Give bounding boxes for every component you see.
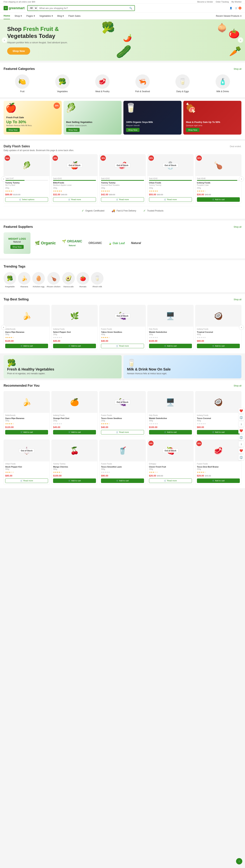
supplier-logo-organic1[interactable]: 🌿 Organic: [33, 239, 58, 247]
flash-slider-right[interactable]: ›: [239, 177, 244, 182]
rec-product-9-badge: Sale: [148, 441, 153, 446]
tag-vegetable[interactable]: 🥦 #vegetable: [4, 272, 16, 288]
promo-btn-2[interactable]: Shop Now: [66, 128, 80, 132]
category-fruit-img: 🍋: [15, 74, 29, 89]
flash-slider-left[interactable]: ‹: [1, 177, 6, 182]
rec-product-2-btn[interactable]: 🛒 Add to cart: [53, 430, 96, 434]
rec-product-6-btn[interactable]: 🛒 Read more: [5, 478, 48, 483]
become-vendor-link[interactable]: Become a Vendor: [197, 1, 213, 3]
promo-btn-4[interactable]: Shop Now: [186, 128, 200, 132]
logo[interactable]: ≡ greenmart: [4, 6, 25, 10]
sidebar-compare-icon-2[interactable]: ⚖️: [238, 434, 244, 440]
rec-product-7-btn[interactable]: 🛒 Add to cart: [53, 478, 96, 483]
flash-product-2-btn[interactable]: 🛒 Read more: [53, 197, 96, 202]
rec-product-10-emoji: 🥩: [214, 446, 223, 455]
category-dairy-label: Dairy & Eggs: [164, 90, 201, 93]
promo-sub-1: Aenean rhoncus felis fitt fecu.: [6, 124, 59, 126]
supplier-logo-oakleaf[interactable]: 🍃 Oak Leaf: [107, 240, 127, 247]
flash-product-5-btn[interactable]: 🛒 Add to cart: [197, 197, 240, 202]
flash-product-5-emoji: 🍗: [214, 161, 223, 169]
flash-product-1-btn[interactable]: 🛒 Select options: [5, 197, 48, 202]
featured-categories-shop-all[interactable]: Shop all: [234, 68, 241, 70]
rec-product-1-btn[interactable]: 🛒 Add to cart: [5, 430, 48, 434]
rec-product-9-weight: 250g: [149, 468, 192, 470]
search-button[interactable]: 🔍: [127, 6, 135, 10]
recommended-link[interactable]: Shop all: [234, 384, 241, 387]
sidebar-wishlist-icon-2[interactable]: ❤️: [238, 428, 244, 434]
sidebar-wishlist-icon[interactable]: ❤️: [238, 408, 244, 413]
nav-item-shop[interactable]: Shop ▾: [14, 13, 22, 19]
rec-product-2-brand: Iceberg Foods: [53, 414, 96, 416]
free-shipping-text: Free shipping on all orders over $99: [4, 1, 35, 3]
sidebar-wishlist-icon-3[interactable]: ❤️: [238, 448, 244, 454]
rec-product-1-price: $120.00: [5, 426, 14, 429]
ts-product-2-weight: 250g: [53, 334, 96, 336]
flash-product-4-btn[interactable]: 🛒 Read more: [149, 197, 192, 202]
hero-arrow-left[interactable]: ‹: [2, 37, 7, 43]
ts-product-2-btn[interactable]: 🛒 Add to cart: [53, 344, 96, 348]
category-vegetables[interactable]: 🥦 Vegetables: [44, 74, 81, 93]
rec-product-9-price-new: $26.00: [149, 474, 156, 477]
hero-arrow-right[interactable]: ›: [238, 37, 243, 43]
nav-item-flash-sales[interactable]: Flash Sales: [68, 13, 80, 19]
trust-organic-label: Organic Certificated: [85, 210, 104, 212]
rec-product-9: 🍓 Sale Out of Stock Erthappy Clover Fres…: [147, 440, 194, 485]
search-category-select[interactable]: All: [28, 6, 37, 10]
category-meat-poultry[interactable]: 🥩 Meat & Poultry: [84, 74, 121, 93]
nav-item-blog[interactable]: Blog ▾: [58, 13, 64, 19]
promo-emoji-1: 🍎: [5, 102, 16, 113]
rec-product-10-btn[interactable]: 🛒 Add to cart: [197, 478, 240, 483]
ts-product-3-btn[interactable]: 🛒 Read more: [101, 344, 144, 348]
tag-chicken-egg[interactable]: 🥚 #chicken egg: [32, 272, 45, 288]
rec-product-5-btn[interactable]: 🛒 Add to cart: [197, 430, 240, 434]
category-fruit[interactable]: 🍋 Fruit: [4, 74, 41, 93]
promo-banners-row: 🥦 Fresh & Healthy Vegetables Proin et mi…: [0, 355, 245, 378]
nav-item-home[interactable]: Home: [4, 12, 10, 19]
rec-product-4-btn[interactable]: 🛒 Add to cart: [149, 430, 192, 434]
supplier-organic3-icon: ORGANIC: [89, 242, 102, 245]
category-milk-drinks[interactable]: 🧴 Milk & Drinks: [204, 74, 242, 93]
supplier-logo-organic3[interactable]: ORGANIC: [86, 240, 104, 247]
veggie-carrot: 🥕: [229, 45, 241, 57]
featured-suppliers-link[interactable]: Shop all: [234, 226, 241, 228]
top-selling-slider-right[interactable]: ›: [239, 325, 244, 330]
my-wishlist-link[interactable]: My Wishlist: [231, 1, 241, 3]
ts-product-1-weight: 300g: [5, 334, 48, 336]
supplier-logo-natural[interactable]: Natural: [129, 240, 143, 247]
cart-button[interactable]: 🛒 1: [235, 7, 241, 9]
account-button[interactable]: 👤: [230, 7, 232, 9]
sidebar-compare-icon-3[interactable]: ⚖️: [238, 455, 244, 460]
rec-product-8-btn[interactable]: 🛒 Add to cart: [101, 478, 144, 483]
sidebar-compare-icon[interactable]: ⚖️: [238, 414, 244, 420]
supplier-logo-organic2[interactable]: 🌱 ORGANICNatural: [60, 238, 84, 249]
hero-shop-now-button[interactable]: Shop Now: [7, 48, 30, 55]
top-selling-link[interactable]: Shop all: [234, 298, 241, 301]
nav-item-vegetables[interactable]: Vegetables ▾: [39, 13, 53, 19]
tag-banana[interactable]: 🍌 #banana: [18, 272, 31, 288]
ts-product-4-btn[interactable]: 🛒 Add to cart: [149, 344, 192, 348]
nav-recent-viewed[interactable]: Recent Viewed Products ▾: [216, 15, 241, 17]
rec-product-9-btn[interactable]: 🛒 Read more: [149, 478, 192, 483]
rec-product-3-btn[interactable]: 🛒 Read more: [101, 430, 144, 434]
search-input[interactable]: [37, 6, 127, 10]
category-fish-seafood[interactable]: 🦐 Fish & Seafood: [124, 74, 162, 93]
ts-product-1-btn[interactable]: 🛒 Add to cart: [5, 344, 48, 348]
category-dairy-eggs[interactable]: 🥛 Dairy & Eggs: [164, 74, 201, 93]
ts-product-1-emoji: 🍌: [22, 312, 31, 320]
order-tracking-link[interactable]: Order Tracking: [216, 1, 229, 3]
tag-frozen-chicken[interactable]: 🍗 #frozen chicken: [47, 272, 61, 288]
promo-btn-3[interactable]: Shop Now: [126, 128, 140, 132]
ts-product-5-btn[interactable]: 🛒 Add to cart: [197, 344, 240, 348]
supplier-shop-now-button[interactable]: Shop Now: [10, 245, 24, 249]
rec-product-2-weight: 250g: [53, 420, 96, 422]
tag-tomato[interactable]: 🍅 #tomato: [77, 272, 89, 288]
tag-fresh-milk[interactable]: 🥛 #fresh milk: [91, 272, 104, 288]
flash-product-3-btn[interactable]: 🛒 Read more: [101, 197, 144, 202]
tag-avocado[interactable]: 🥑 #avoca ado: [62, 272, 75, 288]
top-selling-slider-left[interactable]: ‹: [1, 325, 6, 330]
flash-product-2-progress: [53, 180, 96, 181]
nav-item-pages[interactable]: Pages ▾: [26, 13, 35, 19]
promo-btn-1[interactable]: Shop Now: [6, 128, 20, 132]
sidebar-scroll-icon-2[interactable]: ↕️: [238, 441, 244, 447]
sidebar-scroll-icon[interactable]: ↕️: [238, 421, 244, 427]
